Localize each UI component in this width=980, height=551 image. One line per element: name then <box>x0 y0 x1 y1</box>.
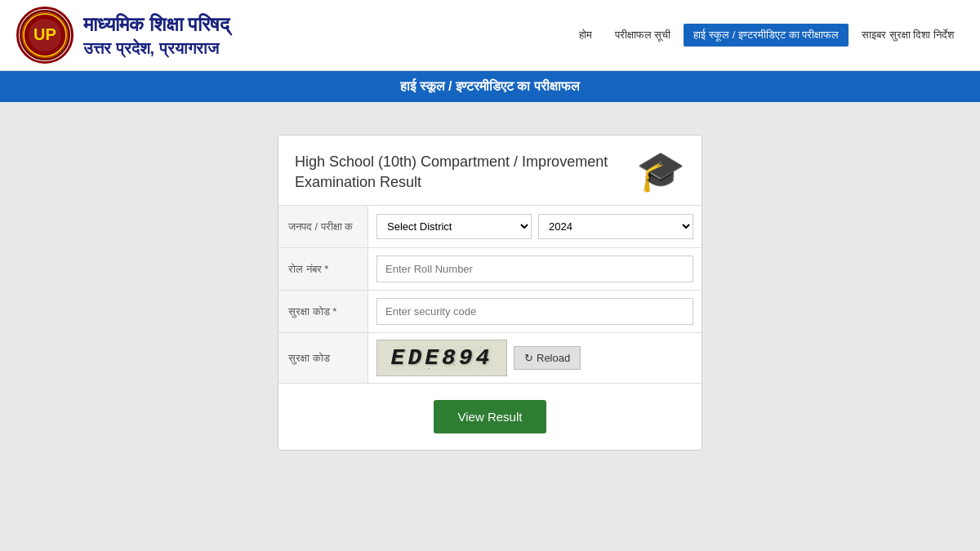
district-input-cell: Select District Agra Allahabad Lucknow 2… <box>368 206 702 247</box>
roll-number-row: रोल नंबर * <box>278 248 702 291</box>
security-code-row: सुरक्षा कोड * <box>278 291 702 333</box>
submit-row: View Result <box>278 384 702 450</box>
submit-label: View Result <box>458 410 523 424</box>
year-select[interactable]: 2024 2023 2022 <box>538 214 693 239</box>
reload-captcha-button[interactable]: ↻ Reload <box>514 346 581 370</box>
reload-icon: ↻ <box>524 352 533 364</box>
svg-text:UP: UP <box>33 25 56 43</box>
nav-result-list[interactable]: परीक्षाफल सूची <box>605 24 681 47</box>
logo-circle: UP <box>16 7 74 64</box>
security-code-input-cell <box>368 291 702 332</box>
captcha-display-cell: EDE894 ↻ Reload <box>368 333 702 383</box>
captcha-image: EDE894 <box>376 340 507 376</box>
captcha-label: सुरक्षा कोड <box>278 333 368 383</box>
logo-svg: UP <box>19 9 71 61</box>
header-left: UP माध्यमिक शिक्षा परिषद् उत्तर प्रदेश, … <box>16 7 229 64</box>
form-title: High School (10th) Compartment / Improve… <box>295 152 636 193</box>
form-body: जनपद / परीक्षा क Select District Agra Al… <box>278 206 702 450</box>
page-banner: हाई स्कूल / इण्टरमीडिएट का परीक्षाफल <box>0 71 980 102</box>
nav-hs-result[interactable]: हाई स्कूल / इण्टरमीडिएट का परीक्षाफल <box>684 24 849 47</box>
page-header: UP माध्यमिक शिक्षा परिषद् उत्तर प्रदेश, … <box>0 0 980 71</box>
graduation-cap-icon: 🎓 <box>636 152 685 191</box>
security-code-label: सुरक्षा कोड * <box>278 291 368 332</box>
nav-cyber[interactable]: साइबर सुरक्षा दिशा निर्देश <box>852 24 964 47</box>
main-nav: होम परीक्षाफल सूची हाई स्कूल / इण्टरमीडि… <box>569 24 964 47</box>
captcha-value: EDE894 <box>391 345 493 371</box>
view-result-button[interactable]: View Result <box>434 400 547 433</box>
district-row: जनपद / परीक्षा क Select District Agra Al… <box>278 206 702 248</box>
captcha-row: सुरक्षा कोड EDE894 ↻ Reload <box>278 333 702 384</box>
form-card-header: High School (10th) Compartment / Improve… <box>278 136 702 206</box>
roll-input-cell <box>368 248 702 290</box>
main-content: High School (10th) Compartment / Improve… <box>0 102 980 494</box>
nav-home[interactable]: होम <box>569 24 602 47</box>
header-title: माध्यमिक शिक्षा परिषद् उत्तर प्रदेश, प्र… <box>83 11 229 58</box>
district-select[interactable]: Select District Agra Allahabad Lucknow <box>376 214 532 239</box>
title-line2: उत्तर प्रदेश, प्रयागराज <box>83 38 229 59</box>
roll-label: रोल नंबर * <box>278 248 368 290</box>
security-code-input[interactable] <box>376 298 693 325</box>
form-card: High School (10th) Compartment / Improve… <box>278 135 702 451</box>
title-line1: माध्यमिक शिक्षा परिषद् <box>83 11 229 37</box>
roll-number-input[interactable] <box>376 256 693 282</box>
banner-text: हाई स्कूल / इण्टरमीडिएट का परीक्षाफल <box>400 79 580 93</box>
reload-label: Reload <box>537 352 570 364</box>
district-label: जनपद / परीक्षा क <box>278 206 368 247</box>
